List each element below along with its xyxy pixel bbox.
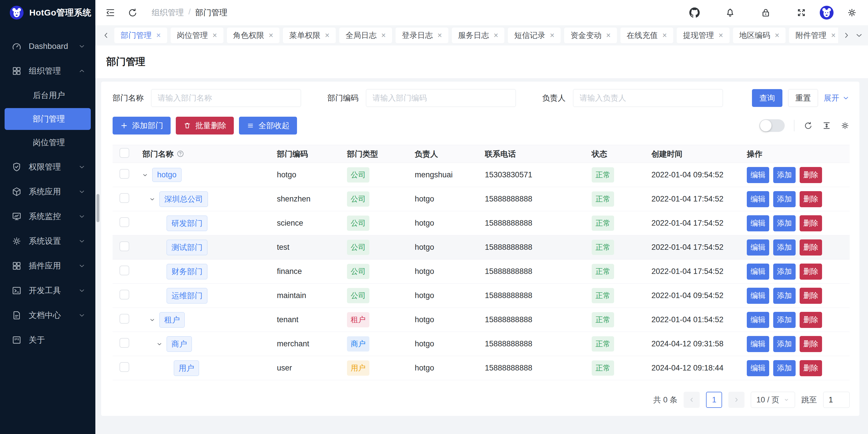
add-button[interactable]: 添加 <box>773 336 796 352</box>
department-name-chip[interactable]: 运维部门 <box>166 288 207 303</box>
close-tab-icon[interactable]: × <box>662 32 667 39</box>
app-logo-row[interactable]: HotGo管理系统 <box>0 0 95 25</box>
close-tab-icon[interactable]: × <box>550 32 554 39</box>
department-name-chip[interactable]: 商户 <box>166 336 192 352</box>
add-department-button[interactable]: 添加部门 <box>113 117 170 135</box>
add-button[interactable]: 添加 <box>773 215 796 231</box>
add-button[interactable]: 添加 <box>773 239 796 256</box>
close-tab-icon[interactable]: × <box>494 32 498 39</box>
delete-button[interactable]: 删除 <box>800 191 822 207</box>
notifications-bell-icon[interactable] <box>725 7 735 18</box>
tab-2[interactable]: 角色权限× <box>227 28 280 43</box>
search-input-0[interactable] <box>151 89 301 107</box>
tab-9[interactable]: 在线充值× <box>620 28 673 43</box>
tab-6[interactable]: 服务日志× <box>452 28 505 43</box>
add-button[interactable]: 添加 <box>773 264 796 280</box>
jump-to-input[interactable] <box>823 392 849 408</box>
delete-button[interactable]: 删除 <box>800 239 822 256</box>
reset-button[interactable]: 重置 <box>788 89 818 107</box>
row-checkbox[interactable] <box>120 169 129 179</box>
delete-button[interactable]: 删除 <box>800 167 822 183</box>
collapse-sidebar-icon[interactable] <box>105 7 116 18</box>
row-checkbox[interactable] <box>120 266 129 276</box>
edit-button[interactable]: 编辑 <box>747 191 769 207</box>
prev-page-button[interactable] <box>684 392 700 408</box>
row-checkbox[interactable] <box>120 314 129 324</box>
refresh-page-icon[interactable] <box>127 7 138 18</box>
department-name-chip[interactable]: hotgo <box>152 168 182 182</box>
close-tab-icon[interactable]: × <box>156 32 161 39</box>
column-settings-gear-icon[interactable] <box>840 121 849 130</box>
delete-button[interactable]: 删除 <box>800 264 822 280</box>
rowchev-icon[interactable] <box>156 340 163 348</box>
row-checkbox[interactable] <box>120 362 129 372</box>
rowchev-icon[interactable] <box>149 316 156 324</box>
sidebar-subitem-1-1[interactable]: 部门管理 <box>5 108 91 130</box>
tab-8[interactable]: 资金变动× <box>564 28 617 43</box>
department-name-chip[interactable]: 用户 <box>174 360 199 376</box>
sidebar-item-6[interactable]: 插件应用 <box>0 255 95 277</box>
collapse-all-button[interactable]: 全部收起 <box>239 117 297 135</box>
tabs-menu-chevron-icon[interactable] <box>855 31 863 40</box>
tab-12[interactable]: 附件管理× <box>789 28 838 43</box>
delete-button[interactable]: 删除 <box>800 312 822 328</box>
search-input-1[interactable] <box>366 89 516 107</box>
close-tab-icon[interactable]: × <box>325 32 330 39</box>
sidebar-item-4[interactable]: 系统监控 <box>0 205 95 228</box>
row-checkbox[interactable] <box>120 338 129 348</box>
sidebar-item-5[interactable]: 系统设置 <box>0 230 95 252</box>
edit-button[interactable]: 编辑 <box>747 215 769 231</box>
select-all-checkbox[interactable] <box>120 148 129 158</box>
row-checkbox[interactable] <box>120 217 129 227</box>
close-tab-icon[interactable]: × <box>719 32 723 39</box>
row-checkbox[interactable] <box>120 193 129 203</box>
sidebar-item-2[interactable]: 权限管理 <box>0 156 95 178</box>
sidebar-item-3[interactable]: 系统应用 <box>0 180 95 203</box>
edit-button[interactable]: 编辑 <box>747 360 769 376</box>
add-button[interactable]: 添加 <box>773 167 796 183</box>
edit-button[interactable]: 编辑 <box>747 312 769 328</box>
edit-button[interactable]: 编辑 <box>747 288 769 304</box>
batch-delete-button[interactable]: 批量删除 <box>176 117 234 135</box>
row-checkbox[interactable] <box>120 241 129 251</box>
query-button[interactable]: 查询 <box>752 89 782 107</box>
delete-button[interactable]: 删除 <box>800 360 822 376</box>
current-page-button[interactable]: 1 <box>706 392 722 408</box>
edit-button[interactable]: 编辑 <box>747 336 769 352</box>
department-name-chip[interactable]: 深圳总公司 <box>159 192 208 207</box>
add-button[interactable]: 添加 <box>773 288 796 304</box>
add-button[interactable]: 添加 <box>773 312 796 328</box>
fullscreen-icon[interactable] <box>796 7 807 18</box>
sidebar-item-1[interactable]: 组织管理 <box>0 60 95 82</box>
sidebar-item-0[interactable]: Dashboard <box>0 35 95 57</box>
reload-table-icon[interactable] <box>804 121 813 130</box>
search-input-2[interactable] <box>573 89 723 107</box>
breadcrumb-parent[interactable]: 组织管理 <box>152 7 184 18</box>
question-icon[interactable] <box>176 150 184 158</box>
expand-filters-link[interactable]: 展开 <box>824 93 849 103</box>
tab-3[interactable]: 菜单权限× <box>283 28 336 43</box>
add-button[interactable]: 添加 <box>773 191 796 207</box>
row-checkbox[interactable] <box>120 290 129 299</box>
department-name-chip[interactable]: 租户 <box>159 312 185 328</box>
tab-4[interactable]: 全局日志× <box>339 28 392 43</box>
tab-7[interactable]: 短信记录× <box>508 28 561 43</box>
sidebar-scrollbar[interactable] <box>96 194 99 222</box>
department-name-chip[interactable]: 财务部门 <box>166 264 207 279</box>
github-icon[interactable] <box>689 7 700 18</box>
close-tab-icon[interactable]: × <box>775 32 779 39</box>
next-page-button[interactable] <box>728 392 744 408</box>
department-name-chip[interactable]: 测试部门 <box>166 240 207 255</box>
edit-button[interactable]: 编辑 <box>747 264 769 280</box>
lock-screen-icon[interactable] <box>761 7 771 18</box>
sidebar-item-7[interactable]: 开发工具 <box>0 279 95 302</box>
rowchev-icon[interactable] <box>149 196 156 203</box>
delete-button[interactable]: 删除 <box>800 336 822 352</box>
striped-toggle[interactable] <box>760 119 785 132</box>
page-size-select[interactable]: 10 / 页 <box>751 392 795 408</box>
delete-button[interactable]: 删除 <box>800 215 822 231</box>
user-avatar[interactable] <box>820 6 834 20</box>
settings-gear-icon[interactable] <box>847 7 857 18</box>
close-tab-icon[interactable]: × <box>269 32 273 39</box>
tab-1[interactable]: 岗位管理× <box>170 28 223 43</box>
